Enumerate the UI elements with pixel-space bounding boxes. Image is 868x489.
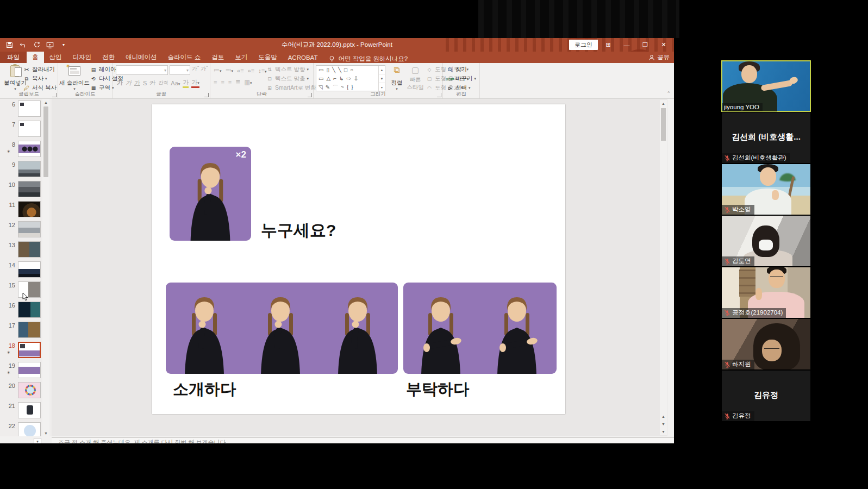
group-label-editing: 편집 [443,91,479,98]
group-label-slides: 슬라이드 [58,91,112,98]
scrollbar-thumb[interactable] [43,106,48,177]
quick-styles-button[interactable]: ▢ 빠른 스타일 [405,64,426,91]
italic-icon[interactable]: 가 [126,79,132,87]
tell-me-box[interactable]: 어떤 작업을 원하시나요? [323,55,413,63]
replace-icon: ab⇄ [446,76,454,83]
highlight-color-icon[interactable]: 가 [183,78,189,88]
participant-video-jiyoung-yoo[interactable]: jiyoung YOO [722,61,810,111]
notes-collapse-icon[interactable]: ▾ [34,438,41,443]
justify-icon[interactable]: ≣ [235,79,240,86]
save-icon[interactable] [5,41,13,49]
align-center-icon[interactable]: ≡ [221,79,224,86]
underline-icon[interactable]: 가 [134,79,140,87]
participant-video-parksoyoung[interactable]: 박소영 [722,164,810,215]
tab-view[interactable]: 보기 [229,52,253,63]
undo-icon[interactable] [19,41,27,49]
sign-image-introduce[interactable] [166,283,398,374]
arrange-button[interactable]: ⧉ 정렬 ▾ [388,64,406,91]
cut-button[interactable]: ✂잘라내기 [23,65,57,74]
login-button[interactable]: 로그인 [569,40,598,50]
participant-video-hajiwon[interactable]: 하지원 [722,319,810,369]
caption-request[interactable]: 부탁하다 [406,379,469,400]
paragraph-dialog-launcher-icon[interactable] [308,93,312,97]
align-text-button[interactable]: ⊟텍스트 맞춤▾ [266,74,320,83]
font-name-combobox[interactable]: ▾ [116,65,168,75]
scrollbar-thumb[interactable] [661,108,666,141]
start-slideshow-icon[interactable] [46,41,54,49]
muted-mic-icon [724,206,730,213]
decrease-indent-icon[interactable]: «≡ [237,67,244,74]
numbering-icon[interactable]: ≕▾ [226,67,234,74]
tab-slideshow[interactable]: 슬라이드 쇼 [163,52,207,63]
thumbnail-scrollbar[interactable]: ▲ ▼ [42,99,49,436]
text-shadow-icon[interactable]: S [143,80,147,86]
tab-acrobat[interactable]: ACROBAT [283,52,323,63]
shrink-font-icon[interactable]: 가ˇ [201,65,208,75]
sign-image-repeat[interactable]: ×2 [170,147,251,241]
qat-customize-icon[interactable]: ▾ [60,41,67,49]
scroll-up-icon[interactable]: ▲ [42,99,49,105]
redo-icon[interactable] [33,41,40,49]
tab-animations[interactable]: 애니메이션 [120,52,163,63]
participant-video-gongjeongho[interactable]: 공정호(21902704) [722,267,810,318]
text-direction-button[interactable]: ⇅텍스트 방향▾ [266,65,320,74]
tab-transitions[interactable]: 전환 [97,52,120,63]
close-button[interactable]: ✕ [655,39,672,51]
slide-question-text[interactable]: 누구세요? [261,220,336,242]
character-spacing-icon[interactable]: 간격 [158,79,168,86]
font-color-icon[interactable]: 가▾ [191,78,199,88]
replace-button[interactable]: ab⇄바꾸기▾ [446,74,476,83]
caption-introduce[interactable]: 소개하다 [173,379,236,400]
sign-image-request[interactable] [403,283,557,374]
scroll-down-icon[interactable]: ▼ [42,430,49,436]
find-button[interactable]: 찾기 [446,65,476,74]
paste-icon [9,65,22,78]
scroll-up-icon[interactable]: ▲ [660,100,667,107]
strikethrough-icon[interactable]: 가 [149,79,155,87]
participant-name: 하지원 [732,360,751,368]
slide-editing-area: ×2 누구세요? 소개하다 부탁하다 ▲ ▲ [52,99,667,436]
participant-video-kimdoyeon[interactable]: 김도연 [722,216,810,266]
previous-slide-icon[interactable]: ▲ [660,412,667,420]
new-slide-icon: ✶ [68,65,81,78]
bold-icon[interactable]: 가 [117,79,123,87]
tab-review[interactable]: 검토 [206,52,229,63]
new-slide-button[interactable]: ✶ 새 슬라이드 ▾ [59,64,90,91]
tab-help[interactable]: 도움말 [253,52,283,63]
share-button[interactable]: 공유 [648,52,670,63]
copy-button[interactable]: ⧉복사▾ [23,74,57,83]
change-case-icon[interactable]: Aa▾ [171,80,180,86]
next-slide-icon[interactable]: ▼ [660,420,667,428]
slide-number: 9 [5,161,15,168]
tab-home[interactable]: 홈 [27,52,44,63]
font-size-combobox[interactable]: ▾ [170,65,190,75]
participant-tile-kimyujeong[interactable]: 김유정 김유정 [722,371,810,421]
columns-icon[interactable]: ▥▾ [244,79,252,86]
align-right-icon[interactable]: ≡ [228,79,232,86]
ribbon-display-options-icon[interactable]: ⊞ [600,39,616,51]
collapse-ribbon-icon[interactable]: ⌃ [666,91,671,96]
shape-gallery-scrollbar[interactable]: ▲▼▾ [378,66,385,92]
shape-gallery[interactable]: ▭▯╲╲□○ ▭△⌐↳⇨⇩ ◹✎⌒~{} ▲▼▾ [316,65,385,91]
restore-button[interactable]: ❐ [637,39,653,51]
tab-design[interactable]: 디자인 [67,52,97,63]
drawing-dialog-launcher-icon[interactable] [437,93,441,97]
tab-insert[interactable]: 삽입 [44,52,67,63]
tab-file[interactable]: 파일 [0,52,27,63]
slide-18[interactable]: ×2 누구세요? 소개하다 부탁하다 [152,104,565,414]
scroll-down-icon[interactable]: ▼ [660,428,667,435]
grow-font-icon[interactable]: 가ˆ [192,65,199,75]
slide-number: 15 [5,282,15,289]
clipboard-dialog-launcher-icon[interactable] [52,93,57,97]
group-paragraph: ≔▾ ≕▾ «≡ »≡ ↕≡▾ ≡ ≡ ≡ ≣ ▥▾ ⇅텍스트 방향▾ ⊟텍스트… [210,63,314,98]
minimize-button[interactable]: — [619,39,635,51]
repeat-badge: ×2 [236,149,246,160]
bullets-icon[interactable]: ≔▾ [214,67,222,74]
notes-pane[interactable]: 조금 전 소개 해 주셨는데요. 제 소개를 다시 한번 해 보겠습니다. 거창… [52,437,674,443]
layout-icon: ▤ [90,66,97,73]
align-left-icon[interactable]: ≡ [214,79,217,86]
increase-indent-icon[interactable]: »≡ [248,67,255,74]
font-dialog-launcher-icon[interactable] [204,93,209,97]
slide-scrollbar[interactable]: ▲ ▲ ▼ ▼ [660,100,667,435]
participant-tile-kimsunhee[interactable]: 김선희 (비호생활... 김선희(비호생활관) [722,112,810,163]
